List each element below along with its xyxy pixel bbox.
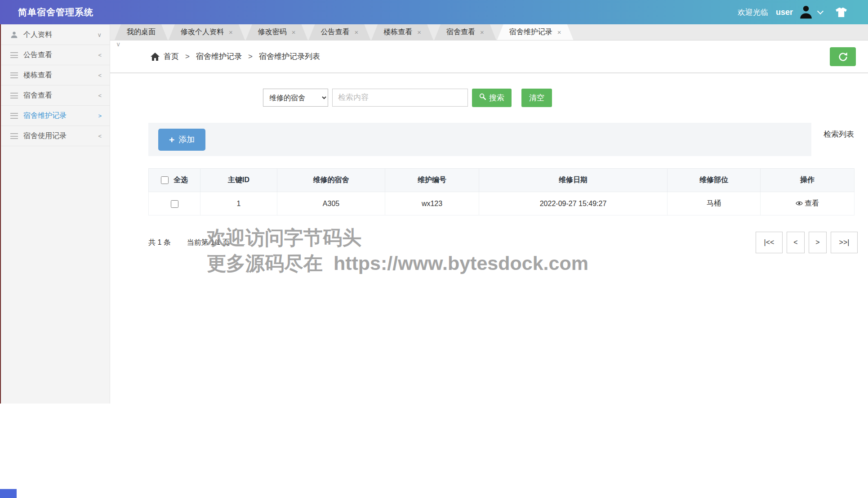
column-header-actions: 操作	[761, 169, 855, 192]
column-header-part: 维修部位	[668, 169, 761, 192]
clear-button[interactable]: 清空	[521, 89, 552, 107]
tab-my-desktop[interactable]: 我的桌面	[115, 24, 168, 40]
chevron-left-icon: <	[98, 92, 102, 99]
tab-edit-profile[interactable]: 修改个人资料 ×	[169, 24, 245, 40]
search-input[interactable]	[332, 89, 468, 107]
column-header: 全选	[174, 176, 188, 184]
close-icon[interactable]: ×	[355, 28, 359, 36]
tab-bar: 我的桌面 修改个人资料 × 修改密码 × 公告查看 × 楼栋查看 × 宿舍查看 …	[110, 24, 868, 40]
sidebar-item-label: 宿舍查看	[23, 91, 98, 100]
cell-date: 2022-09-27 15:49:27	[479, 192, 668, 215]
next-page-button[interactable]: >	[809, 232, 827, 253]
chevron-left-icon: <	[98, 72, 102, 79]
sidebar: 个人资料 ∨ 公告查看 < 楼栋查看 < 宿舍查看 < 宿舍维护记录 >	[0, 24, 110, 404]
pagination-info: 共 1 条 当前第 1/1 页	[148, 238, 230, 247]
chevron-down-icon[interactable]	[817, 8, 823, 14]
sidebar-item-maintenance-records[interactable]: 宿舍维护记录 >	[1, 106, 110, 126]
table-header-row: 全选 主键ID 维修的宿舍 维护编号 维修日期 维修部位 操作	[149, 169, 855, 192]
select-all-header: 全选	[149, 169, 200, 192]
chevron-left-icon: <	[98, 133, 102, 139]
search-field-select[interactable]: 维修的宿舍	[263, 89, 328, 107]
tab-label: 宿舍维护记录	[509, 27, 552, 37]
cell-actions: 查看	[761, 192, 855, 215]
chevron-right-icon: >	[98, 112, 102, 119]
row-checkbox[interactable]	[171, 200, 178, 208]
toolbar-row: + 添加 检索列表	[110, 123, 868, 156]
tab-dorm-maintenance-records[interactable]: 宿舍维护记录 ×	[497, 24, 574, 40]
close-icon[interactable]: ×	[417, 28, 421, 36]
tab-building-view[interactable]: 楼栋查看 ×	[371, 24, 433, 40]
tab-notice-view[interactable]: 公告查看 ×	[309, 24, 371, 40]
tab-label: 我的桌面	[127, 27, 156, 37]
close-icon[interactable]: ×	[480, 28, 484, 36]
sidebar-item-label: 公告查看	[23, 50, 98, 60]
eye-icon	[796, 200, 803, 208]
add-button[interactable]: + 添加	[158, 129, 205, 151]
toolbar: + 添加	[148, 123, 811, 156]
close-icon[interactable]: ×	[557, 28, 561, 36]
search-icon	[479, 93, 486, 102]
add-button-label: 添加	[178, 134, 195, 145]
sidebar-item-dorm-view[interactable]: 宿舍查看 <	[1, 85, 110, 106]
menu-icon	[9, 93, 19, 99]
breadcrumb-home[interactable]: 首页	[164, 51, 179, 62]
tab-change-password[interactable]: 修改密码 ×	[246, 24, 308, 40]
app-title: 简单宿舍管理系统	[18, 6, 93, 18]
cell-dorm: A305	[277, 192, 385, 215]
menu-icon	[9, 52, 19, 58]
cell-id: 1	[200, 192, 277, 215]
select-all-checkbox[interactable]	[161, 176, 169, 184]
pagination: 共 1 条 当前第 1/1 页 |<< < > >>|	[148, 232, 858, 253]
cell-part: 马桶	[668, 192, 761, 215]
sidebar-item-label: 个人资料	[23, 30, 97, 40]
tab-label: 公告查看	[321, 27, 350, 37]
clear-button-label: 清空	[529, 93, 544, 103]
username: user	[776, 8, 793, 17]
dorm-management-app: 简单宿舍管理系统 欢迎光临 user 个人资料 ∨ 公	[0, 0, 868, 498]
search-button-label: 搜索	[489, 93, 504, 103]
first-page-button[interactable]: |<<	[756, 232, 783, 253]
chevron-down-icon[interactable]: ∨	[116, 40, 120, 48]
row-select-cell	[149, 192, 200, 215]
breadcrumb-separator: >	[185, 52, 190, 61]
menu-icon	[9, 72, 19, 78]
plus-icon: +	[169, 135, 174, 144]
cell-code: wx123	[385, 192, 479, 215]
page-indicator: 当前第 1/1 页	[187, 238, 230, 247]
breadcrumb-separator: >	[248, 52, 253, 61]
pagination-buttons: |<< < > >>|	[756, 232, 858, 253]
sidebar-item-building-view[interactable]: 楼栋查看 <	[1, 65, 110, 85]
user-icon	[9, 31, 19, 39]
sidebar-menu: 个人资料 ∨ 公告查看 < 楼栋查看 < 宿舍查看 < 宿舍维护记录 >	[1, 24, 110, 146]
watermark-line2: 更多源码尽在 https://www.bytesdock.com	[207, 251, 588, 276]
sidebar-item-label: 宿舍维护记录	[23, 111, 98, 121]
search-row: 维修的宿舍 搜索 清空	[263, 88, 868, 108]
theme-tshirt-icon[interactable]	[835, 7, 847, 18]
tab-label: 宿舍查看	[446, 27, 475, 37]
refresh-button[interactable]	[830, 47, 856, 66]
main-content: 我的桌面 修改个人资料 × 修改密码 × 公告查看 × 楼栋查看 × 宿舍查看 …	[110, 24, 868, 498]
view-link-label: 查看	[805, 199, 819, 208]
last-page-button[interactable]: >>|	[831, 232, 858, 253]
breadcrumb-current: 宿舍维护记录列表	[259, 51, 320, 62]
bottom-left-chip	[0, 489, 17, 498]
view-link[interactable]: 查看	[796, 199, 819, 208]
close-icon[interactable]: ×	[292, 28, 296, 36]
total-count: 共 1 条	[148, 238, 171, 247]
welcome-text: 欢迎光临	[738, 7, 768, 18]
chevron-down-icon: ∨	[97, 31, 102, 38]
column-header-code: 维护编号	[385, 169, 479, 192]
user-avatar-icon[interactable]	[799, 4, 813, 20]
breadcrumb-section[interactable]: 宿舍维护记录	[196, 51, 242, 62]
sidebar-item-notice-view[interactable]: 公告查看 <	[1, 45, 110, 65]
sidebar-item-usage-records[interactable]: 宿舍使用记录 <	[1, 126, 110, 146]
sidebar-item-profile[interactable]: 个人资料 ∨	[1, 25, 110, 45]
close-icon[interactable]: ×	[229, 28, 233, 36]
tab-dorm-view[interactable]: 宿舍查看 ×	[434, 24, 496, 40]
home-icon	[151, 53, 160, 61]
tab-label: 楼栋查看	[383, 27, 412, 37]
chevron-left-icon: <	[98, 52, 102, 58]
search-button[interactable]: 搜索	[472, 89, 512, 107]
prev-page-button[interactable]: <	[787, 232, 805, 253]
table-row: 1 A305 wx123 2022-09-27 15:49:27 马桶 查看	[149, 192, 855, 215]
